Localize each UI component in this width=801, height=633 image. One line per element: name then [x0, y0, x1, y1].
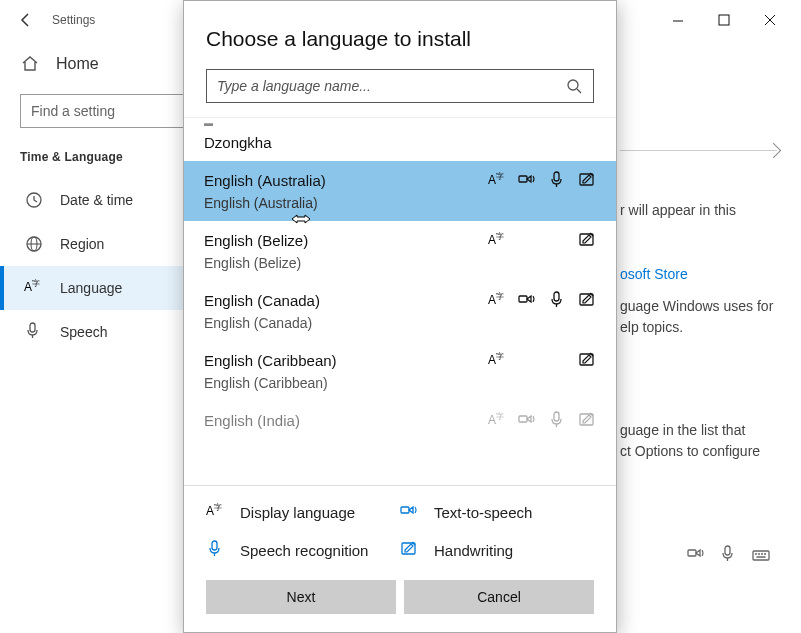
maximize-button[interactable] — [701, 4, 747, 36]
language-name: English (Australia) — [204, 172, 488, 189]
language-sub: English (Canada) — [204, 315, 596, 331]
language-name: English (Belize) — [204, 232, 488, 249]
legend-display: Display language — [206, 502, 400, 522]
legend-speech: Speech recognition — [206, 540, 400, 560]
sidebar-item-label: Language — [60, 280, 122, 296]
mic-icon — [24, 322, 44, 342]
display-icon — [488, 231, 506, 249]
mic-icon — [548, 291, 566, 309]
language-name: English (Canada) — [204, 292, 488, 309]
display-icon — [488, 171, 506, 189]
legend-label: Handwriting — [434, 542, 513, 559]
tts-icon — [518, 291, 536, 309]
search-placeholder: Type a language name... — [217, 78, 371, 94]
display-icon — [488, 291, 506, 309]
language-icon — [24, 278, 44, 298]
language-name: English (Caribbean) — [204, 352, 488, 369]
body-link[interactable]: osoft Store — [620, 264, 780, 285]
cancel-button[interactable]: Cancel — [404, 580, 594, 614]
language-sub: English (Australia) — [204, 195, 596, 211]
legend-labelandestrategy: Display language — [240, 504, 355, 521]
tts-icon — [687, 545, 705, 565]
keyboard-icon — [751, 545, 771, 565]
handwriting-icon — [578, 351, 596, 369]
minimize-button[interactable] — [655, 4, 701, 36]
globe-icon — [24, 234, 44, 254]
close-button[interactable] — [747, 4, 793, 36]
legend-hand: Handwriting — [400, 540, 594, 560]
display-icon — [488, 351, 506, 369]
status-icons — [687, 545, 771, 565]
list-item[interactable]: Dzongkha — [184, 124, 616, 161]
handwriting-icon — [578, 231, 596, 249]
handwriting-icon — [578, 411, 596, 429]
sidebar-item-label: Date & time — [60, 192, 133, 208]
find-placeholder: Find a setting — [31, 103, 115, 119]
install-language-dialog: Choose a language to install Type a lang… — [183, 0, 617, 633]
sidebar-item-label: Region — [60, 236, 104, 252]
list-item-partial[interactable]: English (India) — [184, 401, 616, 429]
list-item[interactable]: English (Caribbean) English (Caribbean) — [184, 341, 616, 401]
list-item[interactable]: English (Belize) English (Belize) — [184, 221, 616, 281]
clock-icon — [24, 190, 44, 210]
handwriting-icon — [578, 171, 596, 189]
language-sub: English (Belize) — [204, 255, 596, 271]
display-icon — [206, 502, 226, 522]
legend-label: Text-to-speech — [434, 504, 532, 521]
legend-tts: Text-to-speech — [400, 502, 594, 522]
divider — [620, 150, 777, 151]
language-list[interactable]: ▬ Dzongkha English (Australia) English (… — [184, 117, 616, 485]
legend-label: Speech recognition — [240, 542, 368, 559]
back-button[interactable] — [8, 2, 44, 38]
search-icon — [565, 77, 583, 95]
display-icon — [488, 411, 506, 429]
body-text: guage Windows uses forelp topics. — [620, 296, 790, 338]
mic-icon — [206, 540, 226, 560]
tts-icon — [400, 502, 420, 522]
home-label: Home — [56, 55, 99, 73]
dialog-title: Choose a language to install — [184, 1, 616, 69]
mic-icon — [548, 171, 566, 189]
mic-icon — [548, 411, 566, 429]
handwriting-icon — [578, 291, 596, 309]
mic-icon — [719, 545, 737, 565]
sidebar-item-label: Speech — [60, 324, 107, 340]
language-name: Dzongkha — [204, 134, 596, 151]
handwriting-icon — [400, 540, 420, 560]
dialog-buttons: Next Cancel — [184, 568, 616, 632]
home-icon — [20, 54, 40, 74]
language-search-input[interactable]: Type a language name... — [206, 69, 594, 103]
body-text: r will appear in this — [620, 200, 780, 221]
language-name: English (India) — [204, 412, 488, 429]
feature-legend: Display language Text-to-speech Speech r… — [184, 485, 616, 568]
window-title: Settings — [52, 13, 95, 27]
language-sub: English (Caribbean) — [204, 375, 596, 391]
tts-icon — [518, 171, 536, 189]
tts-icon — [518, 411, 536, 429]
list-item[interactable]: English (Canada) English (Canada) — [184, 281, 616, 341]
next-button[interactable]: Next — [206, 580, 396, 614]
list-item-selected[interactable]: English (Australia) English (Australia) — [184, 161, 616, 221]
body-text: guage in the list thatct Options to conf… — [620, 420, 790, 462]
